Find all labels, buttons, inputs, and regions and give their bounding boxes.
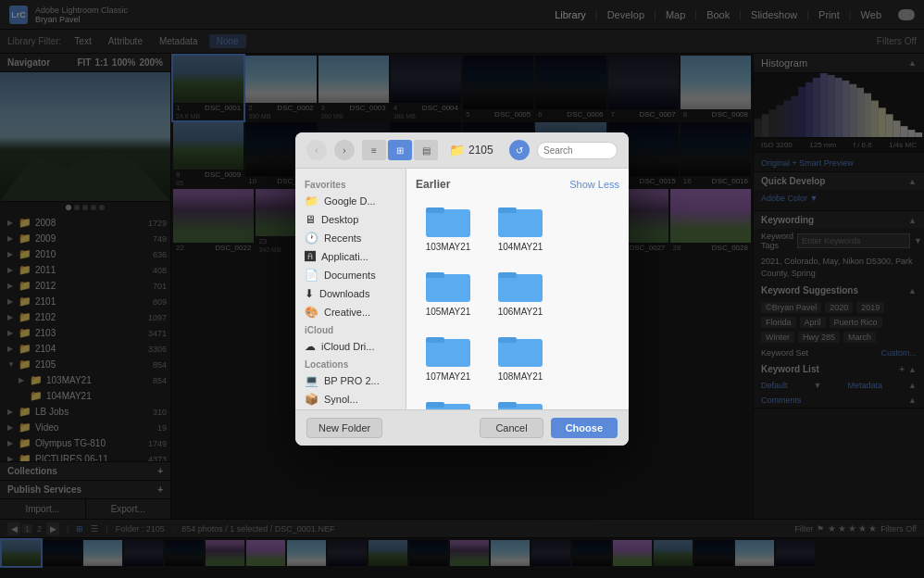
- dialog-folder-110MAY21[interactable]: 110MAY21: [488, 393, 553, 409]
- svg-rect-28: [426, 272, 444, 278]
- dialog-search: [537, 142, 618, 159]
- downloads-icon: ⬇: [305, 287, 314, 300]
- svg-rect-24: [426, 207, 444, 213]
- folder-svg: [426, 332, 470, 369]
- sidebar-item-recents[interactable]: 🕐 Recents: [295, 229, 406, 247]
- creative-icon: 🎨: [305, 306, 318, 319]
- svg-rect-27: [426, 274, 470, 302]
- svg-rect-26: [498, 207, 517, 213]
- dialog-folder-105MAY21[interactable]: 105MAY21: [416, 263, 481, 320]
- desktop-icon: 🖥: [305, 213, 316, 226]
- svg-rect-34: [498, 337, 517, 343]
- choose-folder-dialog: ‹ › ≡ ⊞ ▤ 📁 2105 ↺ Favorites 📁 Google: [295, 132, 629, 446]
- dialog-folder-104MAY21[interactable]: 104MAY21: [488, 198, 553, 256]
- svg-rect-30: [498, 272, 517, 278]
- svg-rect-33: [498, 339, 543, 367]
- dialog-folder-label-104MAY21: 104MAY21: [498, 242, 543, 252]
- sidebar-item-icloud-drive[interactable]: ☁ iCloud Dri...: [295, 337, 406, 356]
- svg-rect-36: [426, 402, 444, 408]
- dialog-grid-view[interactable]: ⊞: [388, 140, 412, 160]
- dialog-folder-name: 2105: [468, 144, 506, 157]
- dialog-footer: New Folder Cancel Choose: [295, 409, 629, 446]
- dialog-folder-icon-107MAY21: [426, 332, 470, 369]
- new-folder-button[interactable]: New Folder: [306, 418, 382, 438]
- sidebar-recents-label: Recents: [324, 232, 361, 244]
- google-drive-icon: 📁: [305, 195, 318, 207]
- dialog-folder-icon-105MAY21: [426, 267, 470, 304]
- dialog-folder-label-106MAY21: 106MAY21: [498, 307, 543, 317]
- folder-svg: [498, 267, 543, 304]
- synology-icon: 📦: [305, 393, 318, 406]
- svg-rect-31: [426, 339, 470, 367]
- dialog-sidebar: Favorites 📁 Google D... 🖥 Desktop 🕐 Rece…: [295, 169, 629, 409]
- sidebar-desktop-label: Desktop: [321, 214, 358, 225]
- sidebar-item-creative[interactable]: 🎨 Creative...: [295, 303, 406, 321]
- cancel-button[interactable]: Cancel: [480, 418, 543, 438]
- locations-label: Locations: [295, 356, 406, 371]
- dialog-toolbar: ‹ › ≡ ⊞ ▤ 📁 2105 ↺: [295, 132, 629, 169]
- favorites-label: Favorites: [295, 176, 406, 192]
- svg-rect-25: [498, 209, 543, 237]
- sidebar-item-downloads[interactable]: ⬇ Downloads: [295, 284, 406, 303]
- dialog-sidebar-panel: Favorites 📁 Google D... 🖥 Desktop 🕐 Rece…: [295, 169, 406, 409]
- bp-pro-icon: 💻: [305, 374, 318, 387]
- dialog-overlay: ‹ › ≡ ⊞ ▤ 📁 2105 ↺ Favorites 📁 Google: [0, 0, 924, 578]
- sidebar-item-synology[interactable]: 📦 Synol...: [295, 390, 406, 408]
- folder-svg: [498, 332, 543, 369]
- sidebar-item-applications[interactable]: 🅰 Applicati...: [295, 247, 406, 266]
- dialog-folder-label-107MAY21: 107MAY21: [426, 371, 471, 382]
- sidebar-creative-label: Creative...: [324, 307, 370, 318]
- recents-icon: 🕐: [305, 232, 318, 245]
- dialog-folder-icon: 📁: [449, 143, 465, 157]
- icloud-icon: ☁: [305, 340, 316, 353]
- folder-svg: [498, 396, 543, 409]
- dialog-folder-label-108MAY21: 108MAY21: [498, 371, 543, 382]
- sidebar-icloud-label: iCloud Dri...: [321, 341, 374, 352]
- dialog-column-view[interactable]: ▤: [414, 140, 438, 160]
- svg-rect-23: [426, 209, 470, 237]
- applications-icon: 🅰: [305, 250, 316, 263]
- dialog-list-view[interactable]: ≡: [362, 140, 386, 160]
- sidebar-google-drive-label: Google D...: [324, 195, 376, 207]
- svg-rect-29: [498, 274, 543, 302]
- dialog-folder-icon-108MAY21: [498, 332, 543, 369]
- sidebar-item-google-drive[interactable]: 📁 Google D...: [295, 192, 406, 210]
- dialog-folder-108MAY21[interactable]: 108MAY21: [488, 328, 553, 385]
- dialog-location: 📁 2105 ↺: [449, 140, 530, 160]
- dialog-forward-btn[interactable]: ›: [334, 140, 355, 160]
- sidebar-item-bp-pro[interactable]: 💻 BP PRO 2...: [295, 371, 406, 390]
- sidebar-synology-label: Synol...: [324, 394, 358, 405]
- dialog-folder-icon-106MAY21: [498, 267, 543, 304]
- dialog-search-input[interactable]: [537, 142, 618, 159]
- dialog-view-btns: ≡ ⊞ ▤: [362, 140, 438, 160]
- dialog-folder-icon-110MAY21: [498, 396, 543, 409]
- dialog-folder-106MAY21[interactable]: 106MAY21: [488, 263, 553, 320]
- dialog-folder-label-105MAY21: 105MAY21: [426, 307, 471, 317]
- folder-svg: [426, 267, 470, 304]
- sidebar-item-desktop[interactable]: 🖥 Desktop: [295, 210, 406, 229]
- dialog-folder-label-103MAY21: 103MAY21: [426, 242, 471, 252]
- show-less-btn[interactable]: Show Less: [569, 179, 619, 190]
- dialog-folder-109MAY21[interactable]: 109MAY21: [416, 393, 481, 409]
- dialog-folder-grid: 103MAY21 104MAY21 105MAY21 106MAY21: [416, 198, 619, 409]
- dialog-action-buttons: Cancel Choose: [480, 418, 618, 438]
- sidebar-item-documents[interactable]: 📄 Documents: [295, 266, 406, 284]
- folder-svg: [498, 202, 543, 239]
- dialog-folder-107MAY21[interactable]: 107MAY21: [416, 328, 481, 385]
- sidebar-documents-label: Documents: [324, 270, 376, 281]
- svg-rect-38: [498, 402, 517, 408]
- choose-button[interactable]: Choose: [551, 418, 618, 438]
- dialog-folder-icon-104MAY21: [498, 202, 543, 239]
- dialog-refresh-btn[interactable]: ↺: [509, 140, 530, 160]
- svg-rect-32: [426, 337, 444, 343]
- folder-svg: [426, 202, 470, 239]
- dialog-section-title: Earlier: [416, 178, 450, 191]
- sidebar-applications-label: Applicati...: [321, 251, 368, 262]
- dialog-back-btn[interactable]: ‹: [306, 140, 327, 160]
- icloud-label: iCloud: [295, 321, 406, 337]
- dialog-folder-103MAY21[interactable]: 103MAY21: [416, 198, 481, 256]
- dialog-folder-icon-109MAY21: [426, 396, 470, 409]
- folder-svg: [426, 396, 470, 409]
- sidebar-downloads-label: Downloads: [319, 288, 369, 299]
- sidebar-item-network[interactable]: 🌐 Network: [295, 408, 406, 409]
